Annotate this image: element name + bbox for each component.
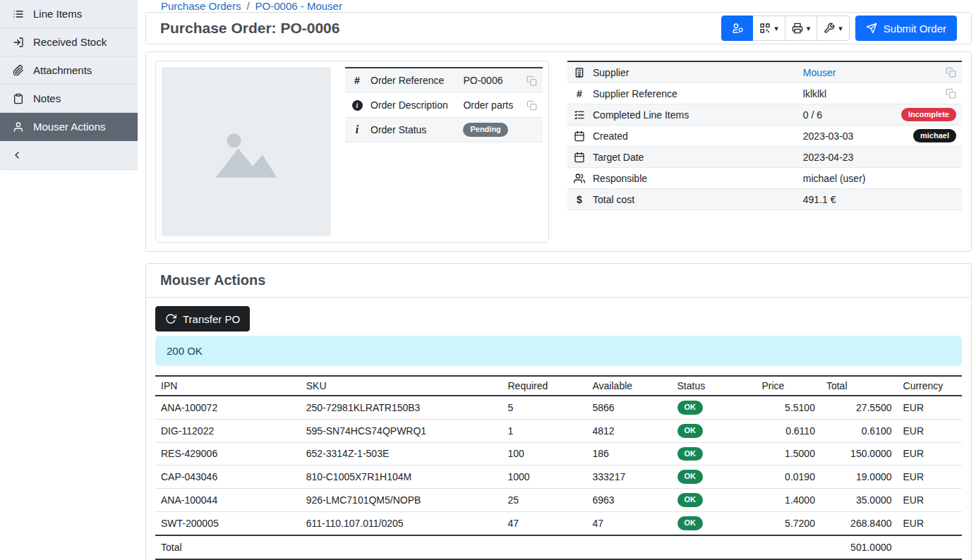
- detail-row-order-status: iOrder StatusPending: [345, 118, 543, 142]
- submit-order-button[interactable]: Submit Order: [855, 16, 957, 41]
- detail-label: Order Description: [370, 99, 456, 111]
- order-details-table: #Order ReferencePO-0006iOrder Descriptio…: [345, 67, 543, 142]
- detail-label: Order Status: [370, 124, 456, 135]
- supplier-link[interactable]: Mouser: [803, 67, 836, 78]
- detail-label: Responsible: [593, 173, 796, 184]
- cell-available: 5866: [587, 396, 672, 419]
- cell-status: OK: [672, 419, 757, 442]
- sidebar-block: Line ItemsReceived StockAttachmentsNotes…: [0, 0, 138, 170]
- qr-code-icon: [759, 23, 771, 34]
- print-actions-button[interactable]: ▾: [785, 16, 818, 41]
- copy-button[interactable]: [946, 88, 956, 99]
- order-details-panel: #Order ReferencePO-0006iOrder Descriptio…: [145, 51, 972, 252]
- column-header-sku: SKU: [301, 376, 502, 396]
- sidebar-item-label: Attachments: [33, 64, 92, 76]
- cell-status: OK: [672, 442, 757, 465]
- cell-total: 150.0000: [821, 442, 898, 465]
- page-title: Purchase Order: PO-0006: [160, 20, 339, 37]
- column-header-required: Required: [502, 376, 587, 396]
- cell-currency: EUR: [898, 489, 962, 512]
- user-shield-icon: [732, 23, 743, 34]
- cell-price: 5.5100: [757, 396, 821, 419]
- refresh-icon: [165, 313, 176, 324]
- cell-available: 6963: [587, 489, 672, 512]
- order-actions-button[interactable]: ▾: [817, 16, 850, 41]
- detail-label: Supplier Reference: [593, 88, 796, 99]
- cell-total: 0.6100: [821, 419, 898, 442]
- cell-sku: 926-LMC7101QM5/NOPB: [301, 489, 502, 512]
- detail-label: Total cost: [593, 194, 796, 205]
- cell-status: OK: [672, 489, 757, 512]
- cell-ipn: RES-429006: [155, 442, 301, 465]
- header-button-group: ▾▾▾: [721, 16, 850, 41]
- detail-row-total-cost: $Total cost491.1 €: [567, 189, 962, 210]
- detail-value: lklklkl: [803, 88, 939, 99]
- page-header: Purchase Order: PO-0006 ▾▾▾ Submit Order: [145, 12, 972, 44]
- cell-required: 1000: [502, 465, 587, 489]
- printer-icon: [792, 23, 803, 34]
- sidebar-item-notes[interactable]: Notes: [0, 85, 138, 113]
- cell-ipn: DIG-112022: [155, 419, 301, 442]
- cell-sku: 595-SN74HCS74QPWRQ1: [301, 419, 502, 442]
- cell-required: 25: [502, 489, 587, 512]
- main-content: Purchase Orders / PO-0006 - Mouser Purch…: [138, 0, 976, 560]
- cell-ipn: ANA-100044: [155, 489, 301, 512]
- sidebar-item-mouser-actions[interactable]: Mouser Actions: [0, 113, 138, 141]
- caret-down-icon: ▾: [774, 25, 778, 32]
- sidebar-item-attachments[interactable]: Attachments: [0, 56, 138, 85]
- sidebar-nav: Line ItemsReceived StockAttachmentsNotes…: [0, 0, 138, 141]
- column-header-status: Status: [672, 376, 757, 396]
- detail-value: Order parts: [463, 99, 519, 111]
- detail-row-supplier: SupplierMouser: [567, 62, 962, 83]
- copy-button[interactable]: [526, 100, 537, 111]
- cell-required: 100: [502, 442, 587, 465]
- mouser-actions-panel: Mouser Actions Transfer PO 200 OK IPNSKU…: [145, 263, 972, 560]
- total-currency-spacer: [898, 535, 962, 559]
- cell-currency: EUR: [898, 511, 962, 535]
- breadcrumb-separator: /: [246, 0, 249, 12]
- ok-status-badge: OK: [677, 516, 704, 530]
- table-row: RES-429006652-3314Z-1-503E100186OK1.5000…: [155, 442, 962, 465]
- column-header-available: Available: [587, 376, 672, 396]
- cell-available: 4812: [587, 419, 672, 442]
- cell-currency: EUR: [898, 419, 962, 442]
- cell-status: OK: [672, 511, 757, 535]
- cell-total: 35.0000: [821, 489, 898, 512]
- parts-table-header: IPNSKURequiredAvailableStatusPriceTotalC…: [155, 376, 962, 396]
- barcode-actions-button[interactable]: ▾: [752, 16, 785, 41]
- ok-status-badge: OK: [677, 424, 704, 438]
- sidebar-collapse-button[interactable]: [0, 141, 138, 169]
- copy-button[interactable]: [526, 75, 537, 86]
- sidebar-item-label: Line Items: [33, 8, 82, 20]
- paperclip-icon: [13, 65, 24, 76]
- sidebar-item-line-items[interactable]: Line Items: [0, 0, 138, 28]
- copy-button[interactable]: [946, 67, 956, 78]
- cell-total: 19.0000: [821, 465, 898, 489]
- detail-row-supplier-reference: #Supplier Referencelklklkl: [567, 83, 962, 104]
- cell-price: 0.0190: [757, 465, 821, 489]
- detail-label: Created: [593, 130, 796, 142]
- cell-available: 186: [587, 442, 672, 465]
- cell-total: 27.5500: [821, 396, 898, 419]
- breadcrumb: Purchase Orders / PO-0006 - Mouser: [145, 0, 972, 12]
- detail-label: Target Date: [593, 152, 796, 163]
- cell-sku: 652-3314Z-1-503E: [301, 442, 502, 465]
- detail-value: michael (user): [803, 173, 956, 184]
- list-check-icon: [573, 109, 586, 121]
- table-row: DIG-112022595-SN74HCS74QPWRQ114812OK0.61…: [155, 419, 962, 442]
- users-icon: [573, 173, 586, 184]
- user-roles-button[interactable]: [721, 16, 753, 41]
- transfer-po-button[interactable]: Transfer PO: [155, 306, 250, 331]
- cell-required: 47: [502, 511, 587, 535]
- submit-order-label: Submit Order: [884, 23, 946, 35]
- sidebar-item-received-stock[interactable]: Received Stock: [0, 28, 138, 56]
- breadcrumb-link-current-order[interactable]: PO-0006 - Mouser: [255, 0, 342, 12]
- supplier-details-table: SupplierMouser#Supplier Referencelklklkl…: [567, 61, 962, 210]
- calendar-icon: [573, 152, 586, 163]
- cell-ipn: CAP-043046: [155, 465, 301, 489]
- breadcrumb-link-purchase-orders[interactable]: Purchase Orders: [161, 0, 241, 12]
- detail-value: 2023-03-03: [803, 130, 906, 142]
- cell-price: 1.4000: [757, 489, 821, 512]
- hash-icon: #: [351, 75, 363, 86]
- sidebar-item-label: Mouser Actions: [33, 121, 106, 133]
